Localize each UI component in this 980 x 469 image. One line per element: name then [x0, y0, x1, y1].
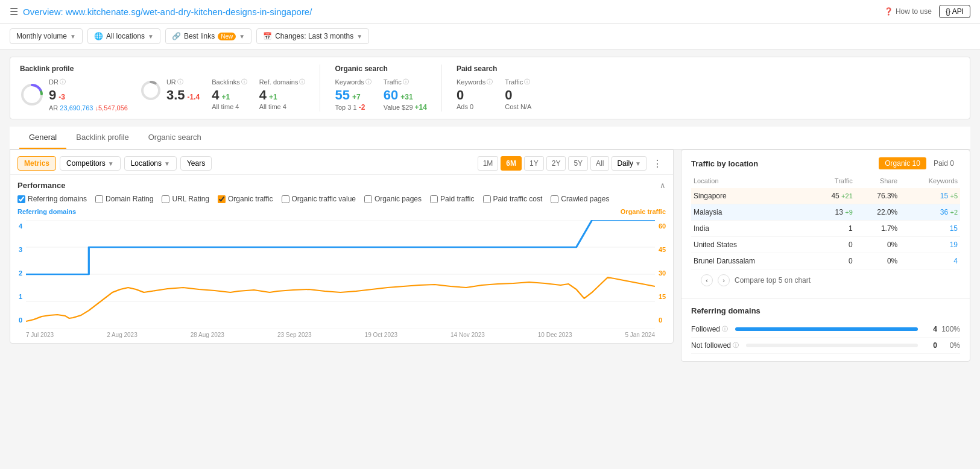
backlinks-label: Backlinks ⓘ: [212, 78, 247, 86]
location-keywords: 15: [900, 221, 960, 237]
traffic-by-location-section: Traffic by location Organic 10 Paid 0: [681, 150, 970, 299]
ref-domain-count: 4: [925, 325, 937, 333]
daily-button[interactable]: Daily ▼: [612, 156, 646, 171]
all-locations-button[interactable]: 🌐 All locations ▼: [87, 28, 160, 44]
ref-domain-count: 0: [925, 341, 937, 350]
paid-ads-row: Ads 0: [457, 103, 493, 110]
organic-traffic-label: Traffic ⓘ: [384, 78, 427, 86]
ref-domain-pct: 0%: [937, 341, 960, 350]
time-2y[interactable]: 2Y: [546, 156, 566, 171]
time-1y[interactable]: 1Y: [524, 156, 544, 171]
metrics-button[interactable]: Metrics: [17, 156, 56, 171]
main-content: Backlink profile DR ⓘ: [0, 49, 980, 369]
location-traffic: 0: [809, 237, 855, 253]
right-panel: Traffic by location Organic 10 Paid 0: [681, 150, 970, 362]
url-rating-checkbox[interactable]: URL Rating: [162, 195, 209, 203]
location-keywords: 36 +2: [900, 204, 960, 221]
monthly-volume-button[interactable]: Monthly volume ▼: [10, 28, 83, 44]
time-1m[interactable]: 1M: [478, 156, 499, 171]
organic-traffic-value-row: Value $29 +14: [384, 103, 427, 112]
time-6m[interactable]: 6M: [501, 156, 522, 171]
best-links-button[interactable]: 🔗 Best links New ▼: [165, 28, 251, 44]
location-table-body: Singapore 45 +21 76.3% 15 +5 Malaysia 13…: [691, 188, 960, 269]
chart-area: Metrics Competitors ▼ Locations ▼ Years …: [10, 150, 674, 344]
backlink-stats-row: DR ⓘ 9 -3 AR 23,690,763 ↓5,547,056: [20, 78, 305, 112]
backlinks-change: +1: [221, 93, 230, 101]
time-5y[interactable]: 5Y: [568, 156, 588, 171]
tab-general[interactable]: General: [19, 127, 66, 149]
competitors-button[interactable]: Competitors ▼: [60, 156, 121, 171]
chevron-down-icon: ▼: [635, 160, 641, 167]
ref-domain-bar-wrap: [735, 327, 918, 331]
time-all[interactable]: All: [590, 156, 609, 171]
chevron-down-icon: ▼: [108, 160, 114, 167]
organic-toggle-button[interactable]: Organic 10: [879, 157, 926, 169]
location-share: 22.0%: [855, 204, 900, 221]
paid-keywords-stat: Keywords ⓘ 0 Ads 0: [457, 78, 493, 110]
backlinks-value: 4: [212, 87, 219, 103]
paid-toggle-button[interactable]: Paid 0: [928, 157, 960, 169]
tab-organic-search[interactable]: Organic search: [139, 127, 211, 149]
globe-icon: 🌐: [94, 32, 103, 40]
top-bar: ☰ Overview: www.kitchenate.sg/wet-and-dr…: [0, 0, 980, 24]
organic-traffic-checkbox[interactable]: Organic traffic: [218, 195, 273, 203]
page-title: Overview: www.kitchenate.sg/wet-and-dry-…: [23, 7, 312, 17]
svg-point-3: [142, 82, 159, 99]
page-url[interactable]: www.kitchenate.sg/wet-and-dry-kitchen-de…: [66, 7, 312, 17]
ref-domain-bar: [735, 327, 918, 331]
calendar-icon: 📅: [263, 32, 272, 40]
top-bar-right: ❓ How to use {} API: [884, 5, 970, 18]
more-options-button[interactable]: ⋮: [649, 157, 666, 171]
backlink-profile-section: Backlink profile DR ⓘ: [20, 65, 320, 112]
ar-row: AR 23,690,763 ↓5,547,056: [49, 104, 128, 112]
organic-pages-checkbox[interactable]: Organic pages: [364, 195, 422, 203]
crawled-pages-checkbox[interactable]: Crawled pages: [551, 195, 609, 203]
organic-search-title: Organic search: [335, 65, 426, 73]
organic-traffic-change: +31: [400, 93, 413, 101]
ur-circle: [140, 80, 162, 101]
organic-keywords-top3: Top 3 1 -2: [335, 103, 371, 112]
left-column: Metrics Competitors ▼ Locations ▼ Years …: [10, 150, 674, 362]
chart-x-labels: 7 Jul 2023 2 Aug 2023 28 Aug 2023 23 Sep…: [26, 330, 655, 338]
location-share: 1.7%: [855, 221, 900, 237]
location-traffic: 13 +9: [809, 204, 855, 221]
ref-domain-label: Followed ⓘ: [691, 325, 728, 333]
paid-traffic-checkbox[interactable]: Paid traffic: [430, 195, 474, 203]
paid-traffic-cost-checkbox[interactable]: Paid traffic cost: [483, 195, 543, 203]
api-button[interactable]: {} API: [939, 5, 970, 18]
prev-arrow[interactable]: ‹: [701, 274, 713, 286]
changes-button[interactable]: 📅 Changes: Last 3 months ▼: [256, 28, 369, 44]
paid-traffic-label: Traffic ⓘ: [505, 78, 531, 86]
chart-svg: [26, 220, 655, 329]
collapse-button[interactable]: ∧: [660, 181, 666, 190]
chevron-down-icon: ▼: [356, 33, 362, 40]
domain-rating-checkbox[interactable]: Domain Rating: [95, 195, 153, 203]
paid-traffic-value: 0: [505, 87, 531, 103]
organic-keywords-label: Keywords ⓘ: [335, 78, 371, 86]
location-keywords: 4: [900, 253, 960, 269]
compare-label: Compare top 5 on chart: [735, 276, 811, 285]
location-name: United States: [691, 237, 809, 253]
locations-button[interactable]: Locations ▼: [124, 156, 177, 171]
years-button[interactable]: Years: [180, 156, 212, 171]
dr-value: 9: [49, 87, 56, 103]
stats-card: Backlink profile DR ⓘ: [10, 57, 970, 119]
tab-backlink-profile[interactable]: Backlink profile: [66, 127, 138, 149]
link-icon: 🔗: [172, 32, 181, 40]
organic-traffic-value-checkbox[interactable]: Organic traffic value: [282, 195, 356, 203]
chevron-down-icon: ▼: [70, 33, 76, 40]
next-arrow[interactable]: ›: [718, 274, 730, 286]
top-bar-left: ☰ Overview: www.kitchenate.sg/wet-and-dr…: [10, 6, 312, 17]
help-icon: ❓: [884, 7, 893, 16]
ref-domains-rows: Followed ⓘ 4 100% Not followed ⓘ 0 0%: [691, 321, 960, 354]
help-link[interactable]: ❓ How to use: [884, 7, 932, 16]
paid-search-title: Paid search: [457, 65, 531, 73]
ref-domains-alltime: All time 4: [259, 103, 306, 110]
right-column: Traffic by location Organic 10 Paid 0: [681, 150, 970, 362]
ref-domains-stat: Ref. domains ⓘ 4 +1 All time 4: [259, 78, 306, 110]
compare-row: ‹ › Compare top 5 on chart: [691, 269, 960, 291]
menu-icon[interactable]: ☰: [10, 6, 18, 17]
legend-referring-domains: Referring domains: [17, 208, 76, 215]
referring-domains-checkbox[interactable]: Referring domains: [17, 195, 87, 203]
location-name: Singapore: [691, 188, 809, 204]
